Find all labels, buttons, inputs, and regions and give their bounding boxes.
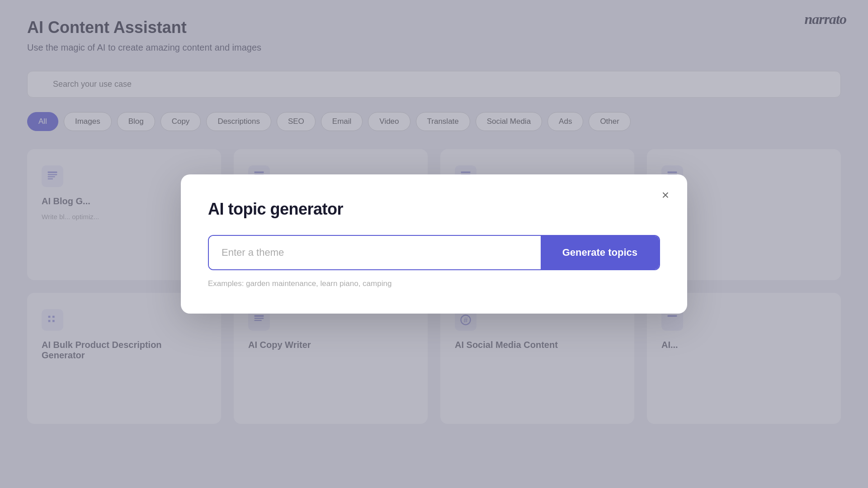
modal-title: AI topic generator <box>208 200 660 219</box>
modal-close-button[interactable]: × <box>662 189 669 202</box>
theme-input[interactable] <box>209 236 541 269</box>
modal-dialog: × AI topic generator Generate topics Exa… <box>181 174 687 314</box>
modal-input-row: Generate topics <box>208 235 660 270</box>
modal-examples-text: Examples: garden maintenance, learn pian… <box>208 279 660 288</box>
modal-overlay: × AI topic generator Generate topics Exa… <box>0 0 868 488</box>
generate-topics-button[interactable]: Generate topics <box>541 236 659 269</box>
